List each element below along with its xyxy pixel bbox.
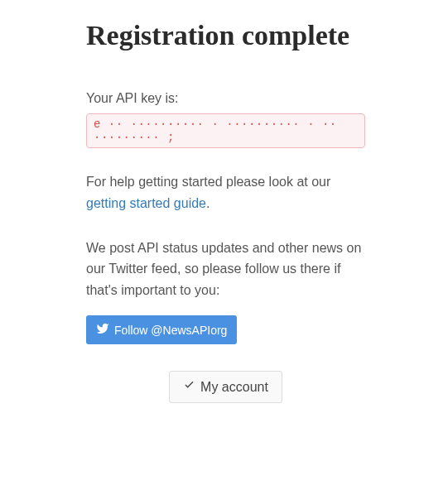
help-paragraph: For help getting started please look at … <box>86 171 365 214</box>
page-title: Registration complete <box>86 17 365 55</box>
follow-twitter-button[interactable]: Follow @NewsAPIorg <box>86 315 237 344</box>
twitter-icon <box>96 322 109 338</box>
api-key-label: Your API key is: <box>86 88 365 109</box>
account-button-label: My account <box>200 380 268 395</box>
twitter-paragraph: We post API status updates and other new… <box>86 238 365 301</box>
account-row: My account <box>86 371 365 403</box>
help-text-before: For help getting started please look at … <box>86 175 330 189</box>
help-text-after: . <box>206 196 210 210</box>
my-account-button[interactable]: My account <box>169 371 282 403</box>
twitter-button-label: Follow @NewsAPIorg <box>114 324 227 337</box>
api-key-value[interactable]: e ·· ·········· · ·········· · ·· ······… <box>86 113 365 148</box>
getting-started-link[interactable]: getting started guide <box>86 196 206 210</box>
registration-complete-page: Registration complete Your API key is: e… <box>0 0 448 436</box>
check-icon <box>183 379 195 395</box>
